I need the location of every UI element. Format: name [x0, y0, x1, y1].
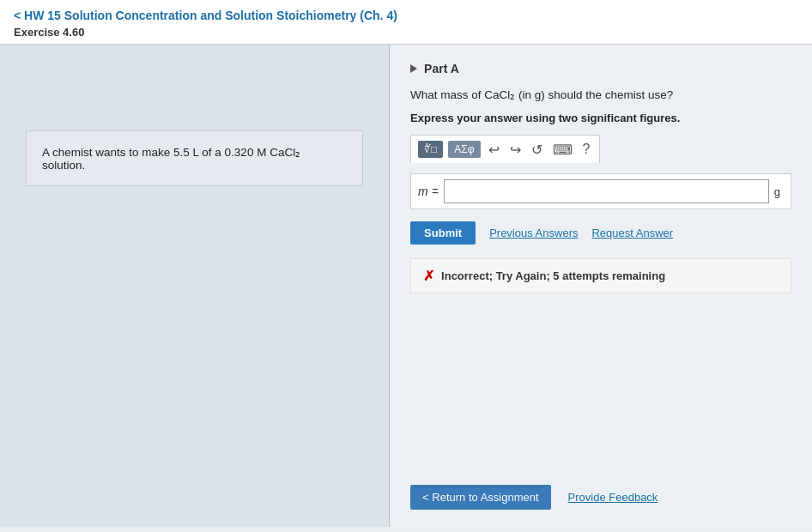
error-message: Incorrect; Try Again; 5 attempts remaini… — [441, 269, 665, 282]
problem-text: A chemist wants to make 5.5 L of a 0.320… — [42, 146, 300, 172]
help-icon[interactable]: ? — [580, 142, 593, 157]
feedback-link[interactable]: Provide Feedback — [568, 491, 658, 504]
refresh-icon[interactable]: ↺ — [529, 142, 545, 158]
problem-box: A chemist wants to make 5.5 L of a 0.320… — [26, 130, 363, 186]
request-answer-button[interactable]: Request Answer — [591, 227, 673, 239]
collapse-icon[interactable] — [410, 64, 417, 73]
right-panel: Part A What mass of CaCl₂ (in g) should … — [390, 45, 812, 527]
symbol-btn[interactable]: AΣφ — [448, 141, 480, 158]
question-line1: What mass of CaCl₂ (in g) should the che… — [410, 88, 791, 101]
redo-icon[interactable]: ↪ — [507, 142, 524, 158]
input-row: m = g — [410, 173, 791, 209]
bottom-bar: < Return to Assignment Provide Feedback — [410, 471, 791, 510]
hw-title[interactable]: < HW 15 Solution Concentration and Solut… — [14, 9, 798, 22]
return-button[interactable]: < Return to Assignment — [410, 485, 551, 510]
action-row: Submit Previous Answers Request Answer — [410, 221, 791, 245]
error-icon: ✗ — [423, 268, 434, 284]
answer-toolbar: ∜□ AΣφ ↩ ↪ ↺ ⌨ ? — [410, 135, 600, 163]
undo-icon[interactable]: ↩ — [486, 142, 502, 158]
top-bar: < HW 15 Solution Concentration and Solut… — [0, 0, 812, 45]
exercise-label: Exercise 4.60 — [14, 26, 798, 39]
part-header: Part A — [410, 62, 791, 76]
question-line2: Express your answer using two significan… — [410, 112, 791, 124]
math-btn[interactable]: ∜□ — [418, 141, 443, 158]
keyboard-icon[interactable]: ⌨ — [550, 142, 575, 158]
answer-input[interactable] — [444, 179, 769, 203]
main-content: A chemist wants to make 5.5 L of a 0.320… — [0, 45, 812, 527]
previous-answers-button[interactable]: Previous Answers — [489, 227, 578, 239]
left-panel: A chemist wants to make 5.5 L of a 0.320… — [0, 45, 390, 527]
error-box: ✗ Incorrect; Try Again; 5 attempts remai… — [410, 258, 791, 293]
input-label: m = — [418, 184, 439, 198]
part-label: Part A — [424, 62, 459, 76]
unit-label: g — [774, 185, 784, 198]
submit-button[interactable]: Submit — [410, 221, 476, 245]
